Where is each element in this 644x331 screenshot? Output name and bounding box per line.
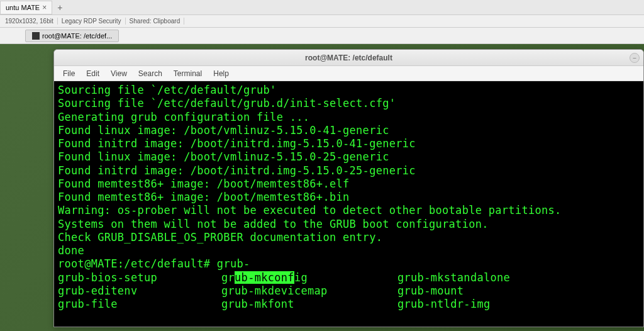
browser-tab[interactable]: untu MATE × — [0, 1, 52, 14]
new-tab-button[interactable]: + — [52, 3, 67, 13]
completion-item: grub-mkstandalone — [397, 271, 510, 284]
completion-row: grub-editenvgrub-mkdevicemapgrub-mount — [58, 284, 640, 298]
browser-tabs: untu MATE × + — [0, 0, 644, 15]
completion-item: grub-mkconfig — [221, 271, 397, 284]
terminal-line: Generating grub configuration file ... — [58, 111, 640, 124]
minimize-button[interactable]: – — [630, 53, 640, 63]
highlighted-completion: ub-mkconf — [235, 271, 294, 284]
menu-bar: File Edit View Search Terminal Help — [54, 66, 643, 81]
terminal-line: Warning: os-prober will not be executed … — [58, 204, 640, 217]
desktop-taskbar: root@MATE: /etc/def... — [0, 28, 644, 44]
taskbar-item-terminal[interactable]: root@MATE: /etc/def... — [25, 30, 119, 42]
completion-item: grub-mkfont — [221, 298, 397, 311]
title-bar[interactable]: root@MATE: /etc/default – — [54, 50, 643, 66]
terminal-line: Found initrd image: /boot/initrd.img-5.1… — [58, 137, 640, 150]
menu-terminal[interactable]: Terminal — [169, 67, 207, 80]
menu-file[interactable]: File — [58, 67, 80, 80]
resolution-label: 1920x1032, 16bit — [1, 18, 58, 25]
terminal-line: Found linux image: /boot/vmlinuz-5.15.0-… — [58, 150, 640, 164]
security-label: Legacy RDP Security — [58, 18, 126, 25]
tab-label: untu MATE — [6, 4, 40, 11]
shared-label: Shared: Clipboard — [126, 18, 185, 25]
terminal-line: Check GRUB_DISABLE_OS_PROBER documentati… — [58, 231, 640, 244]
terminal-icon — [32, 32, 40, 40]
command-input: grub- — [217, 257, 250, 270]
terminal-line: Found memtest86+ image: /boot/memtest86+… — [58, 177, 640, 191]
terminal-prompt-line: root@MATE:/etc/default# grub- — [58, 257, 640, 271]
rdp-status-bar: 1920x1032, 16bit Legacy RDP Security Sha… — [0, 15, 644, 28]
terminal-line: Sourcing file `/etc/default/grub.d/init-… — [58, 97, 640, 110]
menu-view[interactable]: View — [106, 67, 132, 80]
prompt: root@MATE:/etc/default# — [58, 257, 217, 270]
window-title: root@MATE: /etc/default — [305, 53, 392, 62]
terminal-window: root@MATE: /etc/default – File Edit View… — [53, 49, 644, 327]
menu-search[interactable]: Search — [133, 67, 167, 80]
completion-row: grub-bios-setupgrub-mkconfiggrub-mkstand… — [58, 271, 640, 284]
menu-help[interactable]: Help — [208, 67, 234, 80]
menu-edit[interactable]: Edit — [81, 67, 104, 80]
completion-item: grub-mount — [397, 284, 464, 298]
completion-item: grub-file — [58, 298, 221, 311]
terminal-line: done — [58, 244, 640, 257]
terminal-line: Found initrd image: /boot/initrd.img-5.1… — [58, 164, 640, 177]
terminal-line: Found linux image: /boot/vmlinuz-5.15.0-… — [58, 124, 640, 137]
terminal-line: Sourcing file `/etc/default/grub' — [58, 84, 640, 97]
terminal-line: Found memtest86+ image: /boot/memtest86+… — [58, 191, 640, 204]
completion-item: grub-editenv — [58, 284, 221, 298]
close-icon[interactable]: × — [42, 3, 47, 12]
window-controls: – — [630, 53, 640, 63]
taskbar-item-label: root@MATE: /etc/def... — [42, 32, 112, 40]
terminal-content[interactable]: Sourcing file `/etc/default/grub' Sourci… — [54, 81, 643, 327]
completion-row: grub-filegrub-mkfontgrub-ntldr-img — [58, 298, 640, 311]
completion-item: grub-bios-setup — [58, 271, 221, 284]
completion-item: grub-ntldr-img — [397, 298, 491, 311]
terminal-line: Systems on them will not be added to the… — [58, 218, 640, 231]
completion-item: grub-mkdevicemap — [221, 284, 397, 298]
